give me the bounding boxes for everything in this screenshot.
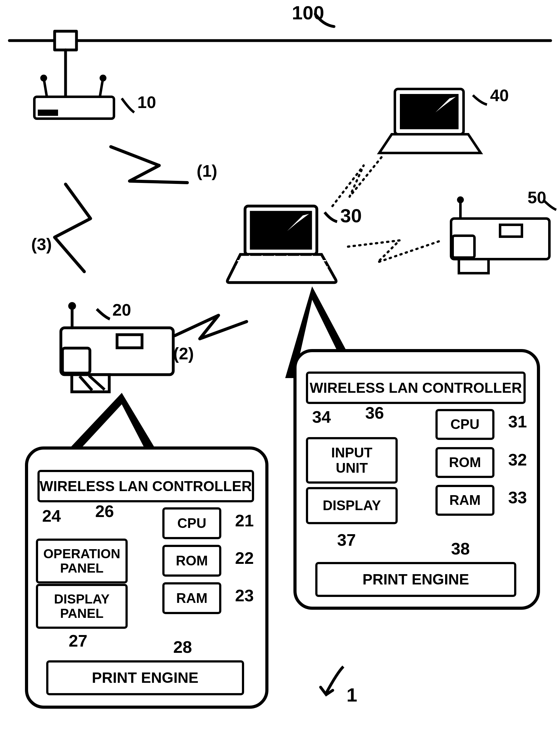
block-a-ram-ref: 23 xyxy=(235,587,254,604)
svg-rect-33 xyxy=(62,348,90,373)
svg-rect-8 xyxy=(39,111,43,115)
svg-point-36 xyxy=(70,303,75,308)
svg-rect-11 xyxy=(53,111,57,115)
block-a-bus-ref: 26 xyxy=(95,503,114,520)
block-a-disp-ref: 27 xyxy=(69,632,87,649)
svg-rect-1 xyxy=(55,31,76,50)
laptop-b-icon xyxy=(379,89,487,153)
block-a-op-panel: OPERATION PANEL xyxy=(36,539,128,584)
block-a-rom: ROM xyxy=(162,545,221,577)
svg-rect-28 xyxy=(453,236,474,258)
ref-network: 100 xyxy=(292,3,324,22)
block-b-bus-ref: 36 xyxy=(365,404,384,421)
link-3: (3) xyxy=(31,236,52,253)
ref-printer-a: 20 xyxy=(112,301,131,318)
ref-access-point: 10 xyxy=(137,94,156,111)
block-b-engine: PRINT ENGINE xyxy=(315,562,516,597)
block-a-disp-panel: DISPLAY PANEL xyxy=(36,584,128,629)
block-b-wlan-ref: 34 xyxy=(312,408,331,425)
block-b-rom-ref: 32 xyxy=(508,451,527,468)
block-b-engine-ref: 38 xyxy=(451,540,470,557)
block-b-cpu: CPU xyxy=(435,409,494,440)
link-1: (1) xyxy=(197,162,217,179)
link-2: (2) xyxy=(173,345,194,362)
svg-rect-10 xyxy=(48,111,52,115)
block-a-engine-ref: 28 xyxy=(173,638,192,655)
svg-point-31 xyxy=(458,198,463,202)
ref-system: 1 xyxy=(346,685,357,705)
laptop-a-icon xyxy=(227,206,337,283)
ref-laptop-a: 30 xyxy=(340,206,362,225)
svg-point-5 xyxy=(42,76,46,80)
block-b-disp-ref: 37 xyxy=(337,531,356,548)
block-a-wlan: WIRELESS LAN CONTROLLER xyxy=(37,470,254,502)
block-b-wlan: WIRELESS LAN CONTROLLER xyxy=(306,372,526,404)
svg-point-7 xyxy=(101,76,105,80)
block-b-ram: RAM xyxy=(435,485,494,516)
block-a-engine: PRINT ENGINE xyxy=(46,660,244,695)
block-a-rom-ref: 22 xyxy=(235,549,254,566)
block-b-display: DISPLAY xyxy=(306,487,398,524)
ref-printer-b: 50 xyxy=(528,189,546,206)
block-a-ram: RAM xyxy=(162,582,221,614)
block-b-cpu-ref: 31 xyxy=(508,413,527,430)
block-b-ram-ref: 33 xyxy=(508,489,527,506)
block-b-rom: ROM xyxy=(435,447,494,478)
block-a-cpu-ref: 21 xyxy=(235,512,254,529)
access-point-icon xyxy=(34,76,134,119)
printer-b-icon xyxy=(451,198,556,273)
block-b-input: INPUT UNIT xyxy=(306,437,398,484)
block-a-cpu: CPU xyxy=(162,507,221,539)
block-a-wlan-ref: 24 xyxy=(42,507,61,524)
ref-laptop-b: 40 xyxy=(490,87,509,104)
svg-rect-9 xyxy=(44,111,47,115)
